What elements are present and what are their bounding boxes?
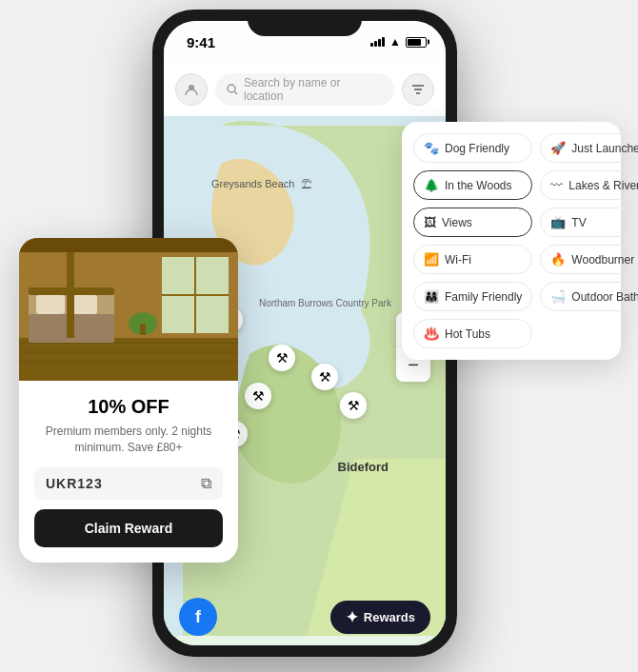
reward-description: Premium members only. 2 nights minimum. … [34,424,223,456]
filter-icon [411,83,425,96]
woods-icon: 🌲 [424,178,439,192]
filter-hot-tubs[interactable]: ♨️ Hot Tubs [413,319,532,348]
svg-rect-24 [140,324,146,335]
reward-code: UKR123 [46,476,103,491]
claim-reward-button[interactable]: Claim Reward [34,509,223,547]
avatar-button[interactable] [175,73,208,106]
status-icons: ▲ [370,35,427,49]
reward-card-body: 10% OFF Premium members only. 2 nights m… [19,381,238,563]
svg-point-2 [228,85,235,92]
map-pin-3[interactable]: ⚒ [311,364,338,390]
filter-woodburner[interactable]: 🔥 Woodburner [540,245,638,274]
filter-outdoor-baths[interactable]: 🛁 Outdoor Baths [540,282,638,311]
rewards-star-icon: ✦ [346,608,358,626]
svg-line-3 [234,91,237,94]
svg-rect-21 [19,238,238,252]
hot-tub-icon: ♨️ [424,326,439,341]
filter-tv[interactable]: 📺 TV [540,208,638,237]
search-placeholder: Search by name or location [244,76,383,103]
phone-notch [248,10,362,36]
northam-label: Northam Burrows Country Park [259,297,391,309]
rocket-icon: 🚀 [550,141,566,155]
rewards-button[interactable]: ✦ Rewards [330,601,430,634]
facebook-button[interactable]: f [179,598,217,636]
reward-code-row: UKR123 ⧉ [34,467,223,500]
filter-just-launched[interactable]: 🚀 Just Launched [540,133,638,163]
filter-views[interactable]: 🖼 Views [413,208,532,237]
greysands-label: Greysands Beach ⛱ [211,178,311,189]
dog-icon: 🐾 [424,141,439,155]
filter-dog-friendly[interactable]: 🐾 Dog Friendly [413,133,532,163]
copy-button[interactable]: ⧉ [201,475,211,492]
battery-icon [406,37,427,48]
family-icon: 👨‍👩‍👧 [424,289,439,304]
filter-family-friendly[interactable]: 👨‍👩‍👧 Family Friendly [413,282,532,311]
reward-card-image [19,238,238,381]
river-icon: 〰 [550,178,563,192]
bideford-label: Bideford [338,460,389,474]
svg-rect-17 [36,295,65,314]
search-input[interactable]: Search by name or location [215,73,394,106]
bath-icon: 🛁 [550,289,566,304]
map-pin-2[interactable]: ⚒ [245,383,271,409]
reward-discount: 10% OFF [34,396,223,418]
tv-icon: 📺 [550,215,566,229]
svg-rect-22 [67,252,74,338]
filter-card: 🐾 Dog Friendly 🚀 Just Launched 🌲 In the … [402,122,621,360]
fire-icon: 🔥 [550,252,566,267]
filter-wifi[interactable]: 📶 Wi-Fi [413,245,532,274]
signal-icon [370,37,385,47]
map-pin-1[interactable]: ⚒ [269,345,295,371]
filter-lakes-rivers[interactable]: 〰 Lakes & Rivers [540,170,638,200]
filter-button[interactable] [402,73,434,106]
map-pin-5[interactable]: ⚒ [340,392,367,419]
search-bar: Search by name or location [164,63,446,116]
views-icon: 🖼 [424,215,436,229]
wifi-icon: 📶 [424,252,439,267]
reward-card: 10% OFF Premium members only. 2 nights m… [19,238,238,563]
rewards-label: Rewards [364,610,415,624]
wifi-status-icon: ▲ [389,35,401,49]
bottom-bar: f ✦ Rewards [164,598,446,636]
status-time: 9:41 [187,34,215,50]
filter-in-the-woods[interactable]: 🌲 In the Woods [413,170,532,200]
search-icon [227,84,238,95]
